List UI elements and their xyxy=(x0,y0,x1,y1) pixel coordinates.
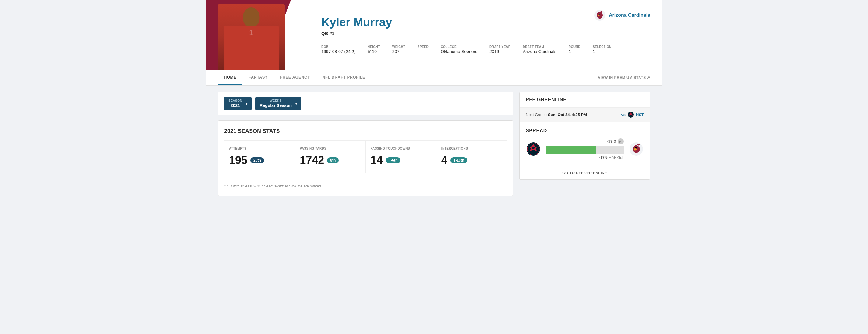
height-value: 5' 10" xyxy=(368,49,380,54)
stat-col-passing-tds: PASSING TOUCHDOWNS 14 T-6th xyxy=(366,141,436,173)
bio-round: ROUND 1 xyxy=(569,45,581,54)
stat-col-attempts: ATTEMPTS 195 20th xyxy=(224,141,295,173)
dob-label: DOB xyxy=(321,45,355,49)
stat-col-passing-yards: PASSING YARDS 1742 8th xyxy=(295,141,366,173)
tab-home[interactable]: HOME xyxy=(218,70,242,85)
draft-team-value: Arizona Cardinals xyxy=(523,49,556,54)
spread-cardinals-logo xyxy=(629,142,644,157)
round-value: 1 xyxy=(569,49,581,54)
team-name: Arizona Cardinals xyxy=(609,12,650,18)
spread-pff-label: -17.2 pff xyxy=(546,139,624,145)
greenline-title: PFF GREENLINE xyxy=(520,92,650,108)
vs-label: vs xyxy=(621,113,626,117)
opponent-abbr: HST xyxy=(636,113,644,117)
selection-value: 1 xyxy=(593,49,612,54)
tab-free-agency[interactable]: FREE AGENCY xyxy=(274,70,316,85)
svg-point-5 xyxy=(532,147,534,149)
texans-logo-icon xyxy=(627,111,634,118)
next-game-value: Sun, Oct 24, 4:25 PM xyxy=(548,113,587,117)
premium-stats-link[interactable]: VIEW IN PREMIUM STATS ↗ xyxy=(598,75,650,80)
weight-value: 207 xyxy=(392,49,405,54)
passing-tds-row: 14 T-6th xyxy=(371,154,431,167)
speed-label: SPEED xyxy=(417,45,429,49)
spread-divider xyxy=(596,146,596,154)
cardinals-logo-icon xyxy=(594,9,606,21)
greenline-footer: GO TO PFF GREENLINE xyxy=(520,166,650,180)
interceptions-row: 4 T-10th xyxy=(441,154,502,167)
round-label: ROUND xyxy=(569,45,581,49)
season-stats-title: 2021 SEASON STATS xyxy=(224,128,507,134)
spread-texans-logo xyxy=(526,142,541,157)
weeks-dropdown-value: Regular Season xyxy=(259,103,292,108)
spread-visual: -17.2 pff -17.5 MARKET xyxy=(526,139,644,160)
season-dropdown-label: SEASON xyxy=(228,99,242,102)
passing-tds-label: PASSING TOUCHDOWNS xyxy=(371,147,431,150)
player-header: 1 Kyler Murray QB #1 DOB 1997-08-07 (24.… xyxy=(206,0,662,70)
interceptions-value: 4 xyxy=(441,154,447,167)
stats-grid: ATTEMPTS 195 20th PASSING YARDS 1742 8th xyxy=(224,141,507,173)
bio-speed: SPEED — xyxy=(417,45,429,54)
bio-selection: SELECTION 1 xyxy=(593,45,612,54)
vs-team: vs HST xyxy=(621,111,644,118)
player-image-area: 1 xyxy=(206,0,309,70)
spread-texans-icon xyxy=(526,142,540,156)
weeks-dropdown-label: WEEKS xyxy=(259,99,292,102)
passing-yards-row: 1742 8th xyxy=(300,154,360,167)
draft-year-label: DRAFT YEAR xyxy=(490,45,510,49)
spread-pff-badge: pff xyxy=(618,139,624,145)
spread-bar-fill xyxy=(546,146,596,154)
team-badge: Arizona Cardinals xyxy=(594,9,650,21)
nav-tabs: HOME FANTASY FREE AGENCY NFL DRAFT PROFI… xyxy=(218,70,371,85)
spread-title: SPREAD xyxy=(526,128,644,133)
bio-weight: WEIGHT 207 xyxy=(392,45,405,54)
bio-college: COLLEGE Oklahoma Sooners xyxy=(441,45,477,54)
bio-draft-team: DRAFT TEAM Arizona Cardinals xyxy=(523,45,556,54)
interceptions-label: INTERCEPTIONS xyxy=(441,147,502,150)
season-chevron-icon: ▾ xyxy=(246,102,247,105)
player-bio-stats: DOB 1997-08-07 (24.2) HEIGHT 5' 10" WEIG… xyxy=(321,45,638,54)
season-dropdown-value: 2021 xyxy=(228,103,242,108)
main-content: SEASON 2021 ▾ WEEKS Regular Season ▾ 202… xyxy=(206,86,662,202)
next-game-label: Next Game: xyxy=(526,113,547,117)
premium-stats-label: VIEW IN PREMIUM STATS ↗ xyxy=(598,75,650,80)
player-name: Kyler Murray xyxy=(321,16,638,29)
greenline-goto-button[interactable]: GO TO PFF GREENLINE xyxy=(562,171,607,175)
weeks-dropdown[interactable]: WEEKS Regular Season ▾ xyxy=(255,97,301,110)
spread-cardinals-icon xyxy=(629,142,644,156)
bio-draft-year: DRAFT YEAR 2019 xyxy=(490,45,510,54)
tab-nfl-draft-profile[interactable]: NFL DRAFT PROFILE xyxy=(316,70,371,85)
spread-market-row: -17.5 MARKET xyxy=(546,155,624,160)
spread-section: SPREAD xyxy=(520,122,650,166)
selection-label: SELECTION xyxy=(593,45,612,49)
attempts-row: 195 20th xyxy=(229,154,290,167)
page-wrapper: 1 Kyler Murray QB #1 DOB 1997-08-07 (24.… xyxy=(206,0,662,202)
left-panel: SEASON 2021 ▾ WEEKS Regular Season ▾ 202… xyxy=(218,92,513,196)
spread-pff-value: -17.2 xyxy=(607,139,616,144)
weeks-chevron-icon: ▾ xyxy=(296,102,297,105)
passing-yards-label: PASSING YARDS xyxy=(300,147,360,150)
attempts-rank: 20th xyxy=(250,157,264,163)
college-label: COLLEGE xyxy=(441,45,477,49)
height-label: HEIGHT xyxy=(368,45,380,49)
right-panel: PFF GREENLINE Next Game: Sun, Oct 24, 4:… xyxy=(519,92,650,196)
dob-value: 1997-08-07 (24.2) xyxy=(321,49,355,54)
bio-dob: DOB 1997-08-07 (24.2) xyxy=(321,45,355,54)
passing-yards-value: 1742 xyxy=(300,154,324,167)
nav-bar: HOME FANTASY FREE AGENCY NFL DRAFT PROFI… xyxy=(206,70,662,86)
next-game-text: Next Game: Sun, Oct 24, 4:25 PM xyxy=(526,113,587,117)
filter-row: SEASON 2021 ▾ WEEKS Regular Season ▾ xyxy=(218,92,513,116)
svg-point-1 xyxy=(599,14,600,15)
tab-fantasy[interactable]: FANTASY xyxy=(242,70,274,85)
bio-height: HEIGHT 5' 10" xyxy=(368,45,380,54)
passing-yards-rank: 8th xyxy=(327,157,339,163)
player-position: QB #1 xyxy=(321,31,638,36)
season-dropdown[interactable]: SEASON 2021 ▾ xyxy=(224,97,252,110)
draft-team-label: DRAFT TEAM xyxy=(523,45,556,49)
passing-tds-value: 14 xyxy=(371,154,383,167)
spread-bar-container xyxy=(546,146,624,154)
interceptions-rank: T-10th xyxy=(451,157,467,163)
college-value: Oklahoma Sooners xyxy=(441,49,477,54)
svg-point-7 xyxy=(635,147,637,149)
spread-market-value: -17.5 xyxy=(599,155,607,160)
passing-tds-rank: T-6th xyxy=(386,157,401,163)
